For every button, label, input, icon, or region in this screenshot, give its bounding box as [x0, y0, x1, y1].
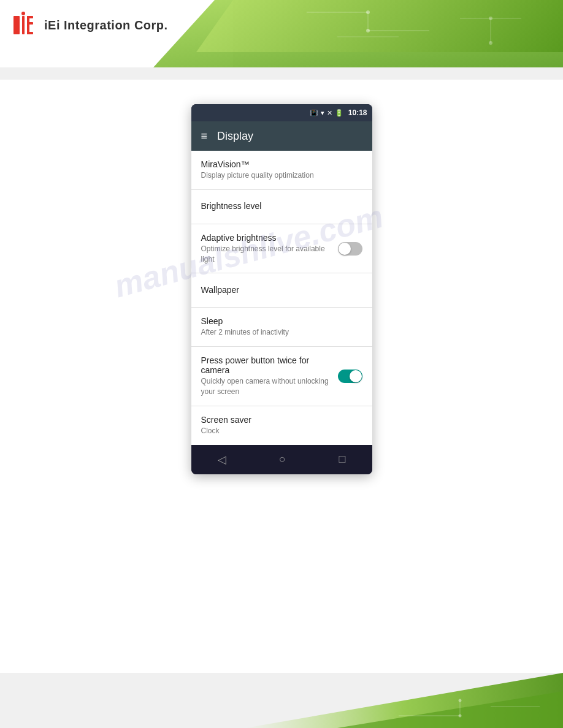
miravision-content: MiraVision™ Display picture quality opti… [201, 159, 362, 181]
signal-icon: ✕ [327, 109, 332, 117]
screen-saver-subtitle: Clock [201, 426, 362, 436]
screen-saver-title: Screen saver [201, 415, 362, 425]
main-content: 📳 ▾ ✕ 🔋 10:18 ≡ Display MiraVision™ Disp… [0, 80, 563, 673]
list-item[interactable]: Screen saver Clock [191, 406, 372, 445]
settings-list: MiraVision™ Display picture quality opti… [191, 151, 372, 445]
svg-rect-13 [22, 16, 25, 34]
list-item[interactable]: Adaptive brightness Optimize brightness … [191, 224, 372, 274]
logo: iEi Integration Corp. [12, 11, 168, 39]
screen-saver-content: Screen saver Clock [201, 415, 362, 436]
footer-green-wave [0, 673, 563, 728]
sleep-content: Sleep After 2 minutes of inactivity [201, 316, 362, 338]
list-item[interactable]: Press power button twice for camera Quic… [191, 347, 372, 406]
logo-icon [12, 11, 40, 39]
adaptive-brightness-content: Adaptive brightness Optimize brightness … [201, 233, 333, 265]
brightness-content: Brightness level [201, 201, 362, 212]
power-button-toggle[interactable] [338, 370, 362, 383]
svg-point-24 [459, 699, 462, 702]
wallpaper-content: Wallpaper [201, 285, 362, 296]
svg-point-14 [21, 12, 25, 15]
home-nav-icon[interactable]: ○ [279, 453, 286, 466]
logo-text: iEi Integration Corp. [44, 18, 168, 32]
adaptive-brightness-subtitle: Optimize brightness level for available … [201, 244, 333, 265]
list-item[interactable]: MiraVision™ Display picture quality opti… [191, 151, 372, 190]
status-time: 10:18 [348, 108, 367, 117]
svg-point-10 [489, 17, 492, 20]
battery-icon: 🔋 [335, 109, 343, 117]
svg-rect-18 [27, 16, 29, 34]
app-bar-title: Display [217, 130, 253, 143]
adaptive-brightness-title: Adaptive brightness [201, 233, 333, 243]
sleep-subtitle: After 2 minutes of inactivity [201, 327, 362, 338]
vibrate-icon: 📳 [310, 109, 318, 117]
nav-bar: ◁ ○ □ [191, 445, 372, 474]
status-bar: 📳 ▾ ✕ 🔋 10:18 [191, 104, 372, 121]
miravision-subtitle: Display picture quality optimization [201, 170, 362, 181]
app-bar: ≡ Display [191, 121, 372, 151]
svg-point-9 [366, 29, 370, 32]
svg-rect-12 [13, 16, 20, 34]
toggle-thumb-on [350, 370, 362, 382]
wallpaper-title: Wallpaper [201, 285, 362, 295]
svg-point-23 [459, 715, 462, 718]
toggle-thumb [339, 243, 351, 255]
svg-point-11 [489, 41, 492, 45]
power-button-subtitle: Quickly open camera without unlocking yo… [201, 376, 333, 397]
power-button-content: Press power button twice for camera Quic… [201, 355, 333, 397]
hamburger-icon[interactable]: ≡ [201, 130, 208, 143]
list-item[interactable]: Wallpaper [191, 273, 372, 308]
svg-marker-1 [196, 0, 563, 52]
recents-nav-icon[interactable]: □ [339, 453, 345, 466]
brightness-title: Brightness level [201, 201, 362, 211]
svg-point-8 [366, 10, 370, 14]
adaptive-brightness-toggle[interactable] [338, 242, 362, 256]
list-item[interactable]: Sleep After 2 minutes of inactivity [191, 308, 372, 347]
sleep-title: Sleep [201, 316, 362, 326]
power-button-title: Press power button twice for camera [201, 355, 333, 375]
list-item[interactable]: Brightness level [191, 190, 372, 224]
miravision-title: MiraVision™ [201, 159, 362, 169]
wifi-icon: ▾ [321, 109, 324, 117]
phone-mockup: 📳 ▾ ✕ 🔋 10:18 ≡ Display MiraVision™ Disp… [191, 104, 372, 474]
back-nav-icon[interactable]: ◁ [218, 453, 226, 466]
